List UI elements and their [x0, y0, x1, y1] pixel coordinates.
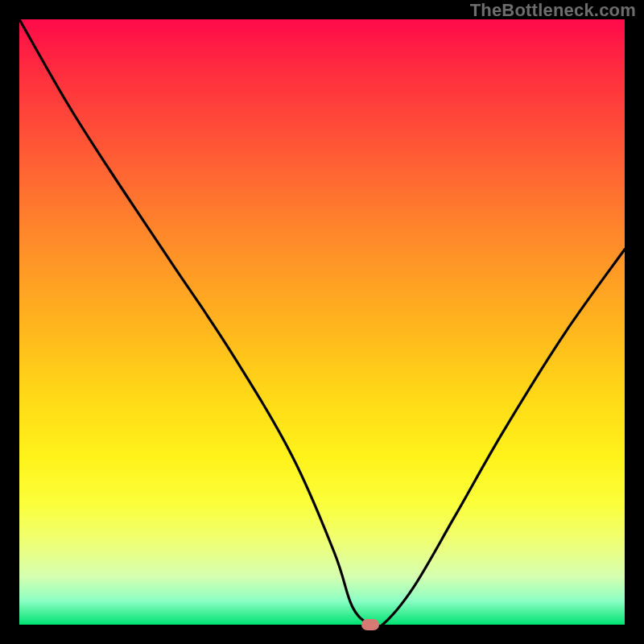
- chart-container: TheBottleneck.com: [0, 0, 644, 644]
- bottleneck-curve: [19, 19, 625, 625]
- watermark-text: TheBottleneck.com: [470, 0, 636, 21]
- optimal-marker: [361, 619, 379, 630]
